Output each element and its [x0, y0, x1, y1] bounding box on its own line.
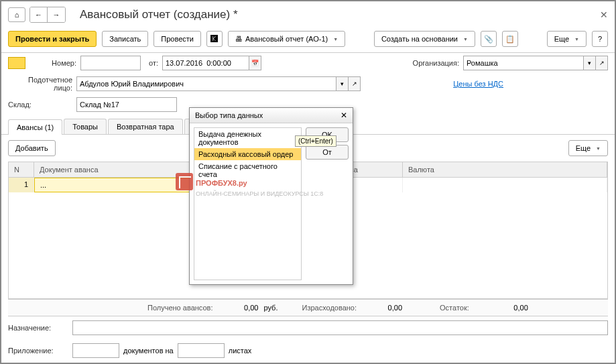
window-title: Авансовый отчет (создание) *: [80, 8, 238, 21]
shortcut-tooltip: (Ctrl+Enter): [295, 135, 336, 147]
org-label: Организация:: [413, 59, 459, 67]
received-label: Получено авансов:: [147, 304, 212, 312]
org-input[interactable]: [463, 56, 584, 70]
prices-link[interactable]: Цены без НДС: [453, 80, 503, 88]
status-marker: [8, 57, 25, 69]
cell-currency[interactable]: [403, 178, 607, 192]
docs-on-label: документов на: [123, 347, 174, 355]
number-label: Номер:: [29, 59, 76, 67]
dialog-cancel-button[interactable]: От: [306, 145, 349, 160]
type-option-2[interactable]: Списание с расчетного счета: [194, 160, 301, 180]
tab-more-button[interactable]: Еще: [568, 140, 608, 156]
add-button[interactable]: Добавить: [8, 140, 56, 156]
help-button[interactable]: ?: [592, 31, 608, 47]
received-value: 0,00: [218, 304, 258, 312]
sheets-input[interactable]: [178, 343, 225, 358]
type-list[interactable]: Выдача денежных документов Расходный кас…: [194, 127, 302, 280]
edit-kt-icon[interactable]: 🅺: [206, 31, 223, 47]
cell-n: 1: [9, 178, 34, 192]
type-option-1[interactable]: Расходный кассовый ордер: [194, 148, 301, 160]
sheets-label: листах: [229, 347, 252, 355]
spent-value: 0,00: [362, 304, 402, 312]
dialog-close-icon[interactable]: ✕: [341, 111, 347, 120]
post-and-close-button[interactable]: Провести и закрыть: [8, 31, 97, 47]
type-option-0[interactable]: Выдача денежных документов: [194, 128, 301, 148]
person-label: Подотчетное лицо:: [8, 76, 72, 92]
create-based-on-button[interactable]: Создать на основании: [374, 31, 475, 47]
number-input[interactable]: [80, 56, 141, 70]
dialog-title: Выбор типа данных: [195, 111, 263, 119]
date-picker-icon[interactable]: 📅: [249, 56, 261, 70]
rest-value: 0,00: [475, 304, 528, 312]
person-input[interactable]: [76, 76, 336, 91]
back-button[interactable]: ←: [30, 7, 48, 22]
tab-returnable[interactable]: Возвратная тара: [108, 119, 183, 134]
save-button[interactable]: Записать: [102, 31, 148, 47]
org-dropdown-icon[interactable]: ▾: [584, 56, 596, 70]
person-open-icon[interactable]: ↗: [349, 76, 361, 91]
print-button[interactable]: 🖶 Авансовый отчет (АО-1): [228, 31, 345, 47]
attach-label: Приложение:: [8, 347, 68, 355]
purpose-input[interactable]: [72, 320, 608, 335]
forward-button[interactable]: →: [48, 7, 65, 22]
type-select-dialog: Выбор типа данных ✕ Выдача денежных доку…: [189, 107, 353, 285]
col-currency: Валюта: [403, 162, 607, 177]
post-button[interactable]: Провести: [153, 31, 201, 47]
spent-label: Израсходовано:: [302, 304, 357, 312]
purpose-label: Назначение:: [8, 324, 68, 332]
attach-icon[interactable]: 📎: [481, 31, 497, 47]
attach-count-input[interactable]: [72, 343, 119, 358]
org-open-icon[interactable]: ↗: [596, 56, 608, 70]
tab-advances[interactable]: Авансы (1): [8, 119, 62, 135]
print-label: Авансовый отчет (АО-1): [245, 35, 328, 43]
tab-goods[interactable]: Товары: [64, 119, 107, 134]
notes-icon[interactable]: 📋: [502, 31, 518, 47]
close-icon[interactable]: ✕: [600, 9, 608, 20]
person-dropdown-icon[interactable]: ▾: [336, 76, 349, 91]
rest-label: Остаток:: [440, 304, 469, 312]
warehouse-input[interactable]: [76, 97, 177, 112]
col-n: N: [9, 162, 34, 177]
home-button[interactable]: ⌂: [8, 7, 25, 22]
from-label: от:: [145, 59, 158, 67]
more-button[interactable]: Еще: [547, 31, 587, 47]
date-input[interactable]: [162, 56, 249, 70]
printer-icon: 🖶: [235, 35, 243, 43]
rub-label: руб.: [263, 304, 278, 312]
warehouse-label: Склад:: [8, 101, 72, 109]
